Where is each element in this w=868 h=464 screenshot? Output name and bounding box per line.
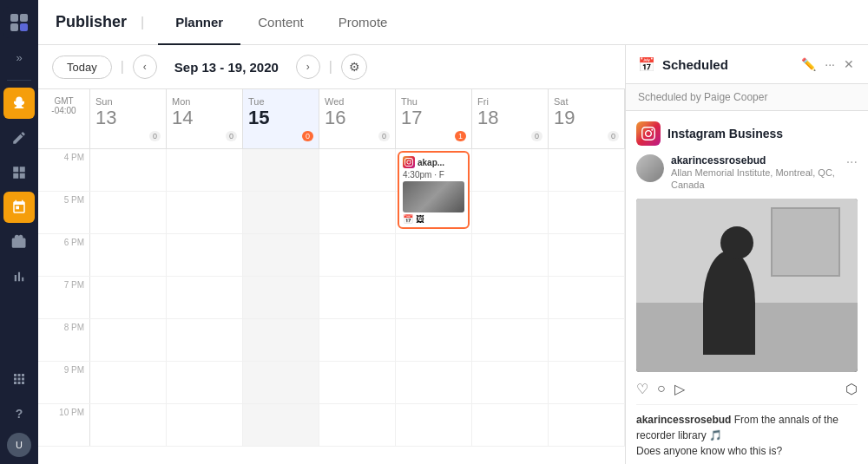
- date-range-label: Sep 13 - 19, 2020: [166, 60, 287, 75]
- post-meta: akarincessrosebud Allan Memorial Institu…: [671, 154, 839, 192]
- sidebar-item-help[interactable]: ?: [3, 398, 35, 429]
- sidebar-item-grid[interactable]: [3, 157, 35, 188]
- time-cell-tue-9pm: [243, 362, 319, 403]
- sidebar: » ?: [0, 0, 38, 464]
- next-week-button[interactable]: ›: [296, 55, 320, 79]
- ig-section-title: Instagram Business: [667, 127, 783, 141]
- time-cell-mon-5pm: [167, 192, 243, 233]
- like-button[interactable]: ♡: [636, 381, 648, 397]
- time-cell-wed-8pm: [319, 319, 396, 361]
- day-badge-sat: 0: [608, 131, 619, 141]
- prev-week-button[interactable]: ‹: [133, 55, 157, 79]
- calendar-body: 4 PM: [38, 149, 625, 464]
- svg-rect-3: [20, 23, 28, 31]
- photo-tile: [771, 207, 840, 277]
- comment-button[interactable]: ○: [657, 381, 666, 396]
- instagram-icon: [403, 156, 415, 168]
- day-name-thu: Thu: [401, 96, 418, 107]
- photo-figure: [703, 251, 755, 355]
- panel-more-button[interactable]: ···: [823, 56, 837, 73]
- time-row-4pm: 4 PM: [38, 149, 625, 192]
- panel-edit-button[interactable]: ✏️: [799, 56, 818, 73]
- panel-close-button[interactable]: ✕: [842, 56, 856, 73]
- event-header: akap...: [403, 156, 464, 168]
- day-number-mon: 14: [172, 107, 193, 129]
- panel-calendar-icon: 📅: [638, 56, 655, 73]
- sidebar-item-apps[interactable]: [3, 363, 35, 395]
- time-cell-sun-9pm: [90, 362, 167, 403]
- svg-rect-0: [10, 14, 18, 22]
- event-card[interactable]: akap... 4:30pm · F 📅 🖼: [398, 151, 470, 229]
- day-header-thu: Thu 17 1: [396, 89, 472, 148]
- time-cell-sun-10pm: [90, 404, 167, 446]
- time-cell-thu-6pm: [396, 234, 472, 276]
- tab-planner[interactable]: Planner: [158, 1, 240, 45]
- day-header-mon: Mon 14 0: [167, 89, 243, 148]
- sidebar-item-trophy[interactable]: [3, 88, 35, 119]
- caption-username: akarincessrosebud: [636, 414, 731, 426]
- time-cell-sun-4pm: [90, 149, 167, 191]
- time-cell-fri-8pm: [472, 319, 549, 361]
- time-cell-wed-4pm: [319, 149, 396, 191]
- time-cell-thu-8pm: [396, 319, 472, 361]
- time-label-6pm: 6 PM: [38, 234, 90, 276]
- time-cell-sat-7pm: [549, 277, 625, 318]
- day-badge-fri: 0: [531, 131, 542, 141]
- day-badge-tue: 0: [302, 131, 313, 141]
- time-cell-sun-5pm: [90, 192, 167, 233]
- calendar-settings-button[interactable]: ⚙: [341, 54, 367, 80]
- day-name-sat: Sat: [554, 96, 569, 107]
- calendar-header: GMT-04:00 Sun 13 0 Mon 14 0: [38, 89, 625, 149]
- event-time: 4:30pm · F: [403, 170, 464, 180]
- today-button[interactable]: Today: [52, 56, 112, 79]
- sidebar-bottom: ? U: [3, 363, 35, 457]
- toolbar-divider: |: [121, 59, 124, 75]
- day-number-tue: 15: [248, 107, 269, 129]
- time-row-5pm: 5 PM: [38, 192, 625, 234]
- event-username: akap...: [418, 158, 444, 167]
- day-name-tue: Tue: [248, 96, 265, 107]
- time-cell-mon-8pm: [167, 319, 243, 361]
- time-cell-thu-4pm[interactable]: akap... 4:30pm · F 📅 🖼: [396, 149, 472, 191]
- sidebar-item-calendar[interactable]: [3, 192, 35, 223]
- time-cell-wed-10pm: [319, 404, 396, 446]
- post-username: akarincessrosebud: [671, 154, 839, 167]
- time-cell-fri-7pm: [472, 277, 549, 318]
- day-name-wed: Wed: [325, 96, 344, 107]
- time-cell-mon-6pm: [167, 234, 243, 276]
- share-button[interactable]: ▷: [674, 381, 685, 397]
- time-cell-sat-10pm: [549, 404, 625, 446]
- photo-head: [720, 226, 753, 259]
- main-content: Publisher | Planner Content Promote Toda…: [38, 0, 868, 464]
- day-badge-mon: 0: [226, 131, 237, 141]
- time-label-5pm: 5 PM: [38, 192, 90, 233]
- ig-section-header: Instagram Business: [636, 121, 858, 146]
- time-cell-tue-5pm: [243, 192, 319, 233]
- sidebar-user-avatar[interactable]: U: [7, 433, 31, 457]
- save-button[interactable]: ⬡: [845, 381, 858, 397]
- time-row-10pm: 10 PM: [38, 404, 625, 447]
- tab-promote[interactable]: Promote: [321, 1, 405, 45]
- topnav: Publisher | Planner Content Promote: [38, 0, 868, 45]
- svg-rect-2: [10, 23, 18, 31]
- gmt-text: GMT-04:00: [51, 96, 76, 115]
- post-more-button[interactable]: ···: [846, 154, 858, 170]
- sidebar-item-chart[interactable]: [3, 261, 35, 292]
- time-cell-tue-7pm: [243, 277, 319, 318]
- sidebar-logo[interactable]: [3, 7, 35, 38]
- time-cell-sat-4pm: [549, 149, 625, 191]
- time-cell-sat-6pm: [549, 234, 625, 276]
- sidebar-toggle[interactable]: »: [3, 42, 35, 73]
- day-name-fri: Fri: [477, 96, 489, 107]
- tab-content[interactable]: Content: [240, 1, 321, 45]
- time-cell-tue-4pm: [243, 149, 319, 191]
- sidebar-item-edit[interactable]: [3, 122, 35, 154]
- post-image: [636, 199, 858, 372]
- time-cell-mon-7pm: [167, 277, 243, 318]
- time-cell-tue-6pm: [243, 234, 319, 276]
- time-row-6pm: 6 PM: [38, 234, 625, 277]
- panel-header: 📅 Scheduled ✏️ ··· ✕: [626, 45, 868, 84]
- day-header-sat: Sat 19 0: [549, 89, 625, 148]
- sidebar-item-box[interactable]: [3, 226, 35, 258]
- time-cell-fri-10pm: [472, 404, 549, 446]
